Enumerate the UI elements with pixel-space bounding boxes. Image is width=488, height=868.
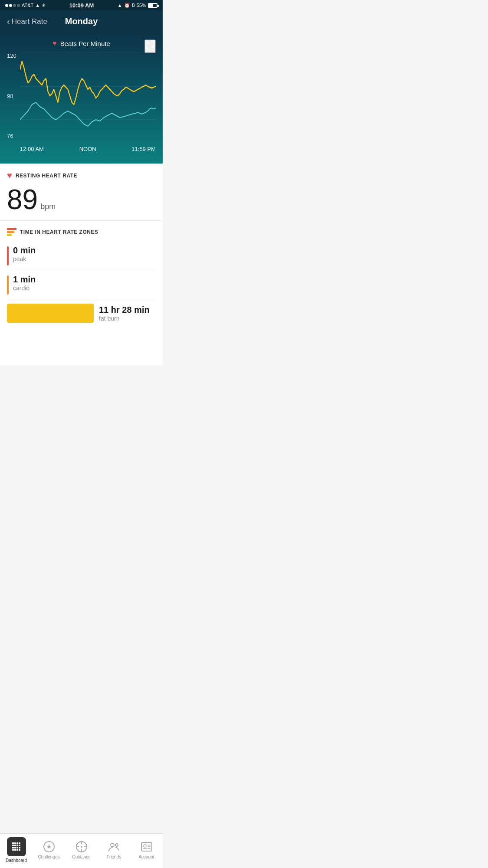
bpm-display: 89 bpm [7, 186, 156, 217]
zones-section: TIME IN HEART RATE ZONES 0 min peak 1 mi… [0, 221, 163, 331]
y-label-top: 120 [7, 52, 16, 59]
location-icon: ▲ [118, 3, 122, 8]
x-label-mid: NOON [79, 146, 96, 152]
back-label: Heart Rate [12, 17, 47, 26]
chart-wrapper: 120 98 76 12:00 AM NOON 11:59 PM [7, 52, 156, 157]
wifi-icon: ▲ [35, 3, 40, 8]
fatburn-bar [7, 304, 94, 323]
fatburn-label: fat burn [99, 315, 150, 322]
zone-item-peak: 0 min peak [7, 241, 156, 270]
x-axis-labels: 12:00 AM NOON 11:59 PM [20, 141, 156, 157]
resting-heart-rate-section: ♥ RESTING HEART RATE 89 bpm [0, 164, 163, 221]
carrier-label: AT&T [22, 3, 33, 8]
resting-heart-icon: ♥ [7, 170, 12, 180]
activity-icon: ✳ [42, 3, 46, 8]
peak-value: 0 min [13, 246, 156, 255]
bluetooth-icon: B [132, 3, 135, 8]
cardio-info: 1 min cardio [13, 275, 156, 292]
status-left: AT&T ▲ ✳ [5, 3, 46, 8]
chart-svg [20, 52, 156, 139]
peak-bar [7, 246, 9, 265]
signal-dots [5, 4, 20, 7]
peak-label: peak [13, 255, 156, 262]
dot-4 [17, 4, 20, 7]
battery-label: 55% [137, 3, 146, 8]
header: ‹ Heart Rate Monday [0, 10, 163, 33]
dot-3 [13, 4, 16, 7]
fatburn-value: 11 hr 28 min [99, 305, 150, 315]
expand-button[interactable] [144, 39, 156, 53]
page-title: Monday [65, 16, 98, 26]
legend-label: Beats Per Minute [60, 40, 110, 47]
y-label-mid: 98 [7, 93, 16, 99]
zone-item-cardio: 1 min cardio [7, 270, 156, 299]
alarm-icon: ⏰ [124, 3, 130, 8]
fatburn-info: 11 hr 28 min fat burn [99, 305, 150, 322]
bpm-unit: bpm [40, 202, 56, 211]
cardio-label: cardio [13, 285, 156, 292]
bottom-spacer [0, 331, 163, 365]
zones-icon-bar1 [7, 228, 16, 230]
back-button[interactable]: ‹ Heart Rate [7, 17, 47, 26]
dot-2 [9, 4, 12, 7]
chart-container: ♥ Beats Per Minute 120 98 76 12: [0, 33, 163, 164]
main-content: ♥ RESTING HEART RATE 89 bpm TIME IN HEAR… [0, 164, 163, 365]
peak-info: 0 min peak [13, 246, 156, 262]
heart-legend-icon: ♥ [52, 39, 57, 47]
zones-section-title: TIME IN HEART RATE ZONES [20, 229, 98, 235]
y-axis-labels: 120 98 76 [7, 52, 16, 139]
resting-section-title: RESTING HEART RATE [16, 173, 77, 179]
cardio-bar [7, 275, 9, 295]
resting-header: ♥ RESTING HEART RATE [7, 170, 156, 180]
bpm-value: 89 [7, 186, 38, 213]
zones-header: TIME IN HEART RATE ZONES [7, 228, 156, 236]
battery-icon [148, 3, 157, 8]
back-chevron-icon: ‹ [7, 16, 10, 26]
status-bar: AT&T ▲ ✳ 10:09 AM ▲ ⏰ B 55% [0, 0, 163, 10]
status-right: ▲ ⏰ B 55% [118, 3, 157, 8]
zones-icon [7, 228, 16, 236]
dot-1 [5, 4, 8, 7]
y-label-bot: 76 [7, 133, 16, 139]
zone-item-fatburn: 11 hr 28 min fat burn [7, 299, 156, 327]
x-label-end: 11:59 PM [131, 146, 156, 152]
x-label-start: 12:00 AM [20, 146, 44, 152]
chart-legend: ♥ Beats Per Minute [7, 39, 156, 47]
zones-icon-bar3 [7, 234, 12, 236]
cardio-value: 1 min [13, 275, 156, 285]
zones-icon-bar2 [7, 231, 14, 233]
status-time: 10:09 AM [69, 2, 94, 9]
